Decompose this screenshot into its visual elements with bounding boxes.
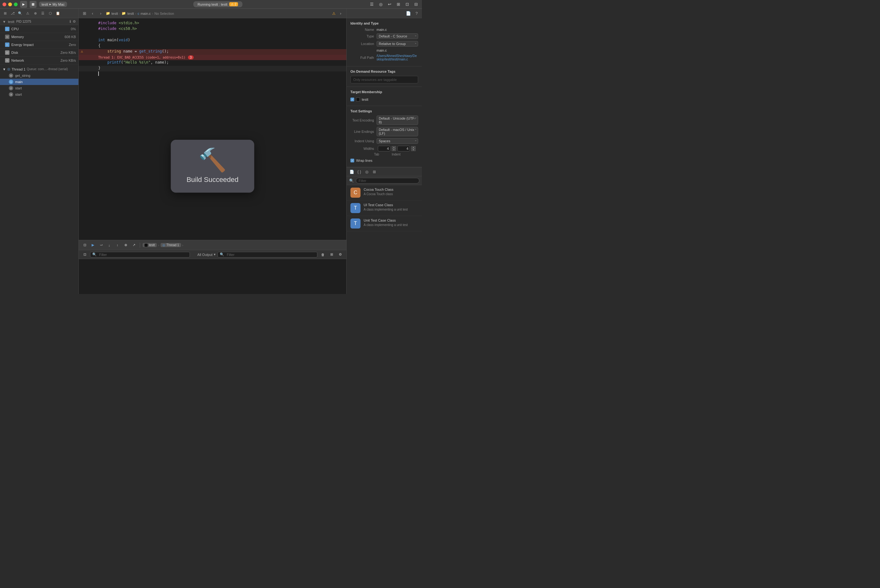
editor-mode-icon[interactable]: ⊞ bbox=[395, 1, 402, 8]
activity-icon[interactable]: ◎ bbox=[377, 1, 384, 8]
maximize-button[interactable] bbox=[14, 3, 18, 6]
fullpath-row: Full Path /Users/AhmedSheshtawy/Desktop/… bbox=[350, 54, 418, 61]
widths-labels: Tab Indent bbox=[374, 153, 418, 156]
output-toggle-icon[interactable]: ⊡ bbox=[81, 251, 88, 258]
breakpoint-add-icon[interactable]: ⊕ bbox=[122, 242, 129, 249]
trash-icon[interactable]: 🗑 bbox=[319, 251, 326, 258]
debug-thread-tag[interactable]: ◎ Thread 1 bbox=[161, 243, 181, 247]
template-item-cocoa: C Cocoa Touch Class A Cocoa Touch class bbox=[347, 185, 422, 201]
frame-3[interactable]: 3 start bbox=[0, 91, 78, 98]
quick-help-icon[interactable]: ? bbox=[413, 10, 420, 17]
frame-1[interactable]: 1 main bbox=[0, 79, 78, 85]
tab-stepper-down[interactable]: ▼ bbox=[392, 148, 396, 151]
back-forward-icon[interactable]: ↩ bbox=[386, 1, 393, 8]
code-editor[interactable]: #include <stdio.h> #include <cs50.h> bbox=[79, 18, 346, 240]
template-item-unit-test: T Unit Test Case Class A class implement… bbox=[347, 216, 422, 231]
share-icon[interactable]: ↗ bbox=[130, 242, 137, 249]
tags-placeholder: Only resources are taggable bbox=[353, 78, 397, 81]
pid-label: PID 12375 bbox=[17, 20, 31, 23]
tab-width-input[interactable]: 4 bbox=[378, 146, 390, 152]
thread-header[interactable]: ▼ ◎ Thread 1 Queue: com....-thread (seri… bbox=[0, 66, 78, 72]
breadcrumb-group[interactable]: testt bbox=[127, 12, 134, 15]
back-nav-icon[interactable]: ‹ bbox=[89, 10, 96, 16]
breadcrumb-root[interactable]: 📁 bbox=[106, 11, 110, 15]
console-toggle-icon[interactable]: ⊡ bbox=[81, 242, 88, 249]
close-button[interactable] bbox=[3, 3, 6, 6]
template-media-icon[interactable]: ⊞ bbox=[371, 169, 377, 175]
report-icon[interactable]: 📋 bbox=[55, 10, 61, 16]
text-settings-title: Text Settings bbox=[350, 109, 418, 113]
frame-2[interactable]: 2 start bbox=[0, 85, 78, 91]
indent-width-input[interactable]: 4 bbox=[397, 146, 410, 152]
tab-stepper-up[interactable]: ▲ bbox=[392, 146, 396, 148]
step-over-icon[interactable]: ⤻ bbox=[98, 242, 105, 249]
output-filter-bar[interactable]: 🔍 Filter bbox=[218, 252, 317, 258]
output-settings-icon[interactable]: ⚙ bbox=[337, 251, 344, 258]
text-encoding-label: Text Encoding bbox=[350, 118, 374, 122]
line-endings-value: Default - macOS / Unix (LF) bbox=[379, 128, 416, 135]
identity-section: Identity and Type Name main.c Type Defau… bbox=[347, 18, 422, 66]
template-resource-icon[interactable]: ◎ bbox=[363, 169, 370, 175]
location-select[interactable]: Relative to Group bbox=[377, 41, 418, 46]
template-search-input[interactable]: Filter bbox=[356, 178, 419, 183]
scheme-selector[interactable]: testt ▸ My Mac bbox=[39, 2, 67, 7]
line-endings-label: Line Endings bbox=[350, 130, 374, 134]
text-encoding-row: Text Encoding Default - Unicode (UTF-8) bbox=[350, 116, 418, 125]
right-toolbar: 📄 ? bbox=[347, 9, 422, 18]
warning-icon[interactable]: ⚠ bbox=[24, 10, 31, 16]
stop-button[interactable] bbox=[30, 1, 36, 8]
tab-stepper[interactable]: ▲ ▼ bbox=[392, 146, 396, 151]
indent-using-select[interactable]: Spaces bbox=[377, 138, 418, 144]
app-name-label: testt bbox=[8, 20, 15, 24]
membership-checkbox[interactable]: ✓ bbox=[350, 98, 354, 101]
search-icon[interactable]: 🔍 bbox=[17, 10, 23, 16]
play-debug-icon[interactable]: ▶ bbox=[89, 242, 96, 249]
error-badge: 3 bbox=[188, 56, 194, 60]
frame-3-name: start bbox=[15, 93, 22, 96]
filter-bar[interactable]: 🔍 Filter bbox=[90, 252, 190, 258]
minimize-button[interactable] bbox=[8, 3, 12, 6]
indent-stepper-up[interactable]: ▲ bbox=[411, 146, 416, 148]
breadcrumb-project[interactable]: testt bbox=[111, 12, 118, 15]
frame-2-name: start bbox=[15, 86, 22, 90]
info-icon[interactable]: ℹ bbox=[69, 20, 71, 24]
template-file-icon[interactable]: 📄 bbox=[348, 169, 355, 175]
wrap-lines-checkbox[interactable]: ✓ bbox=[350, 159, 354, 162]
memory-label: Memory bbox=[11, 35, 24, 39]
cpu-icon: C bbox=[5, 27, 9, 31]
run-button[interactable]: ▶ bbox=[20, 1, 27, 8]
breadcrumb-file[interactable]: main.c bbox=[140, 12, 150, 15]
template-code-icon[interactable]: { } bbox=[356, 169, 362, 175]
indent-stepper-down[interactable]: ▼ bbox=[411, 148, 416, 151]
bookmark-icon[interactable]: ⊕ bbox=[32, 10, 38, 16]
scheme-app-name: testt bbox=[42, 3, 48, 6]
step-out-icon[interactable]: ↑ bbox=[114, 242, 121, 249]
tags-input[interactable]: Only resources are taggable bbox=[350, 76, 418, 83]
folder-icon[interactable]: ⊞ bbox=[2, 10, 8, 16]
debug-bar: ⊡ ▶ ⤻ ↓ ↑ ⊕ ↗ testt › ◎ Thread 1 › bbox=[79, 240, 346, 250]
branch-icon[interactable]: ⎇ bbox=[9, 10, 16, 16]
gear-icon[interactable]: ⚙ bbox=[73, 20, 76, 24]
text-encoding-select[interactable]: Default - Unicode (UTF-8) bbox=[377, 116, 418, 125]
step-into-icon[interactable]: ↓ bbox=[106, 242, 113, 249]
output-label[interactable]: All Output ▾ bbox=[197, 252, 216, 256]
frame-0[interactable]: 0 get_string bbox=[0, 72, 78, 79]
type-select[interactable]: Default - C Source bbox=[377, 33, 418, 39]
breadcrumb-no-selection[interactable]: No Selection bbox=[155, 12, 174, 15]
wrap-lines-row: ✓ Wrap lines bbox=[350, 159, 418, 162]
line-endings-select[interactable]: Default - macOS / Unix (LF) bbox=[377, 127, 418, 136]
split-view-icon[interactable]: ⊞ bbox=[328, 251, 335, 258]
grid-view-icon[interactable]: ⊞ bbox=[81, 10, 87, 16]
nav-right-icon[interactable]: › bbox=[338, 10, 344, 16]
indent-stepper[interactable]: ▲ ▼ bbox=[411, 146, 416, 151]
panel-left-icon[interactable]: ☰ bbox=[368, 1, 375, 8]
error-annotation: Thread 1: EXC_BAD_ACCESS (code=1, addres… bbox=[79, 55, 346, 60]
panel-right-icon[interactable]: ⊡ bbox=[404, 1, 411, 8]
forward-nav-icon[interactable]: › bbox=[98, 10, 104, 16]
panel-bottom-icon[interactable]: ⊟ bbox=[413, 1, 419, 8]
breakpoint-icon[interactable]: ⬡ bbox=[47, 10, 54, 16]
debug-scheme-tag[interactable]: testt bbox=[143, 243, 157, 247]
file-inspector-icon[interactable]: 📄 bbox=[405, 10, 412, 17]
debug-app-header: ▼ testt PID 12375 ℹ ⚙ bbox=[0, 18, 78, 25]
history-icon[interactable]: ☰ bbox=[40, 10, 46, 16]
